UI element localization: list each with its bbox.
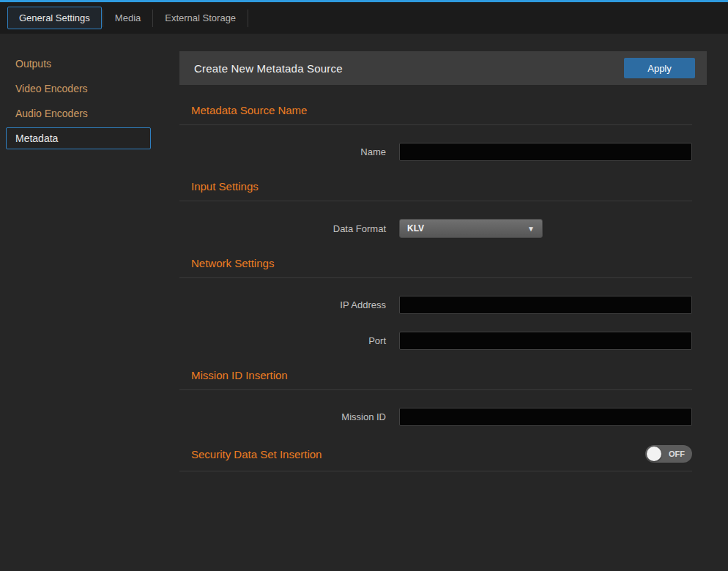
ip-address-field-label: IP Address <box>191 299 386 310</box>
name-field-label: Name <box>191 146 386 157</box>
field-row-port: Port <box>179 332 692 350</box>
port-field-label: Port <box>191 335 386 346</box>
section-heading: Input Settings <box>191 180 259 193</box>
tab-divider <box>103 10 103 27</box>
sidebar-item-audio-encoders[interactable]: Audio Encoders <box>6 102 151 124</box>
top-tab-bar: General Settings Media External Storage <box>0 0 728 34</box>
field-row-name: Name <box>179 143 692 161</box>
section-security-data-set-insertion: Security Data Set Insertion OFF <box>179 445 692 471</box>
section-divider <box>179 277 692 278</box>
section-heading: Metadata Source Name <box>191 104 307 116</box>
tab-divider <box>152 10 153 27</box>
section-metadata-source-name: Metadata Source Name Name <box>179 104 692 161</box>
section-mission-id-insertion: Mission ID Insertion Mission ID <box>179 369 692 426</box>
sidebar: Outputs Video Encoders Audio Encoders Me… <box>0 34 179 569</box>
section-divider <box>179 201 692 201</box>
tab-general-settings[interactable]: General Settings <box>7 7 102 29</box>
tab-media-label: Media <box>115 12 141 23</box>
section-heading: Mission ID Insertion <box>191 369 288 381</box>
page-title: Create New Metatada Source <box>194 62 343 75</box>
data-format-field-label: Data Format <box>191 223 386 234</box>
page-title-bar: Create New Metatada Source Apply <box>179 51 707 85</box>
sidebar-item-outputs-label: Outputs <box>15 58 51 70</box>
ip-address-field[interactable] <box>399 296 692 314</box>
field-row-ip-address: IP Address <box>179 296 692 314</box>
security-data-set-toggle[interactable]: OFF <box>645 445 692 463</box>
section-input-settings: Input Settings Data Format KLV ▼ <box>179 180 692 238</box>
section-divider <box>179 389 692 390</box>
apply-button[interactable]: Apply <box>624 58 695 78</box>
section-heading: Security Data Set Insertion <box>191 448 322 460</box>
port-field[interactable] <box>399 332 692 350</box>
name-field[interactable] <box>399 143 692 161</box>
field-row-data-format: Data Format KLV ▼ <box>179 219 692 238</box>
tab-external-storage[interactable]: External Storage <box>154 7 247 29</box>
sidebar-item-video-encoders-label: Video Encoders <box>15 83 88 94</box>
sidebar-item-metadata[interactable]: Metadata <box>6 127 151 149</box>
sidebar-item-metadata-label: Metadata <box>15 133 58 144</box>
tab-media[interactable]: Media <box>104 7 152 29</box>
toggle-knob <box>647 447 661 461</box>
chevron-down-icon: ▼ <box>527 225 535 233</box>
field-row-mission-id: Mission ID <box>179 408 692 426</box>
section-network-settings: Network Settings IP Address Port <box>179 257 692 350</box>
sidebar-item-outputs[interactable]: Outputs <box>6 53 151 75</box>
mission-id-field-label: Mission ID <box>191 411 386 422</box>
toggle-state-label: OFF <box>669 449 685 458</box>
sidebar-item-video-encoders[interactable]: Video Encoders <box>6 78 151 100</box>
data-format-select[interactable]: KLV ▼ <box>399 219 543 238</box>
section-divider <box>179 124 692 125</box>
main-content: Create New Metatada Source Apply Metadat… <box>179 34 728 569</box>
section-heading: Network Settings <box>191 257 274 269</box>
section-divider <box>179 471 692 471</box>
tab-divider <box>248 10 248 27</box>
tab-external-storage-label: External Storage <box>165 12 236 23</box>
data-format-selected-value: KLV <box>407 223 424 234</box>
mission-id-field[interactable] <box>399 408 692 426</box>
tab-general-settings-label: General Settings <box>19 12 90 23</box>
sidebar-item-audio-encoders-label: Audio Encoders <box>15 108 88 119</box>
